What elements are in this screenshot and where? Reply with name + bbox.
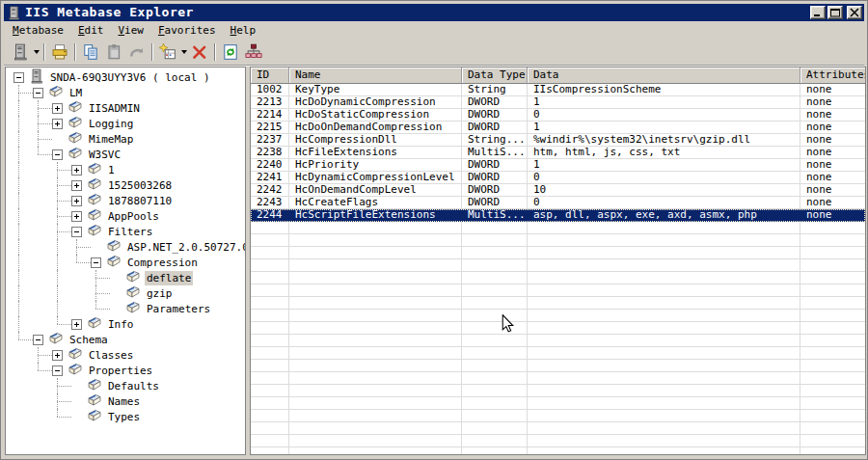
tree-node-types[interactable]: Types <box>6 409 245 424</box>
expand-icon[interactable] <box>52 119 63 129</box>
empty-row[interactable] <box>251 272 865 284</box>
tree-node-logging[interactable]: Logging <box>6 116 245 131</box>
collapse-icon[interactable] <box>52 149 63 160</box>
empty-row[interactable] <box>251 322 865 335</box>
empty-row[interactable] <box>251 234 865 247</box>
refresh-button[interactable] <box>219 41 242 63</box>
tree-node-1878807110[interactable]: 1878807110 <box>6 193 245 208</box>
close-button[interactable] <box>847 6 862 19</box>
empty-row[interactable] <box>251 222 865 234</box>
property-row-1002[interactable]: 1002KeyTypeStringIIsCompressionSchemenon… <box>251 84 865 96</box>
tree-node-names[interactable]: Names <box>6 393 245 409</box>
tree-node-asp-net-2-0-50727-0[interactable]: ASP.NET_2.0.50727.0 <box>6 239 245 255</box>
tree-node-parameters[interactable]: Parameters <box>6 301 245 316</box>
collapse-icon[interactable] <box>71 227 82 237</box>
empty-row[interactable] <box>251 385 865 397</box>
empty-row[interactable] <box>251 435 865 447</box>
collapse-icon[interactable] <box>52 365 63 376</box>
empty-row[interactable] <box>251 360 865 372</box>
menu-edit[interactable]: Edit <box>77 21 105 40</box>
column-header-id[interactable]: ID <box>251 68 289 84</box>
expand-icon[interactable] <box>71 319 82 330</box>
key-icon <box>68 146 83 164</box>
cell-name <box>289 234 462 247</box>
expand-icon[interactable] <box>71 165 82 176</box>
collapse-icon[interactable] <box>33 88 43 98</box>
list-body[interactable]: 1002KeyTypeStringIIsCompressionSchemenon… <box>251 84 865 454</box>
empty-row[interactable] <box>251 284 865 297</box>
empty-row[interactable] <box>251 297 865 310</box>
property-row-2237[interactable]: 2237HcCompressionDllString...%windir%\sy… <box>251 134 865 147</box>
property-row-2215[interactable]: 2215HcDoOnDemandCompressionDWORD1none <box>251 122 865 134</box>
empty-row[interactable] <box>251 310 865 322</box>
tree-node-label: 1525003268 <box>106 178 174 193</box>
expand-icon[interactable] <box>52 350 63 361</box>
empty-row[interactable] <box>251 422 865 435</box>
expand-icon[interactable] <box>71 196 82 206</box>
copy-button[interactable] <box>79 41 102 63</box>
minimize-button[interactable] <box>810 6 826 19</box>
property-row-2243[interactable]: 2243HcCreateFlagsDWORD0none <box>251 197 865 209</box>
connect-button[interactable] <box>9 41 32 63</box>
collapse-icon[interactable] <box>14 72 24 83</box>
empty-row[interactable] <box>251 347 865 360</box>
column-header-name[interactable]: Name <box>289 68 462 84</box>
maximize-button[interactable] <box>827 6 843 19</box>
empty-row[interactable] <box>251 372 865 385</box>
cell-id <box>251 385 289 397</box>
cell-data <box>528 385 800 397</box>
empty-row[interactable] <box>251 397 865 410</box>
tree-node-properties[interactable]: Properties <box>6 363 245 378</box>
tree-node-snda-69q3uyy3v6-local-[interactable]: SNDA-69Q3UYY3V6 ( local ) <box>6 69 245 85</box>
tree-guide-line <box>57 270 58 285</box>
property-row-2213[interactable]: 2213HcDoDynamicCompressionDWORD1none <box>251 96 865 109</box>
property-row-2240[interactable]: 2240HcPriorityDWORD1none <box>251 159 865 172</box>
connect-dropdown-arrow[interactable] <box>32 41 41 63</box>
empty-row[interactable] <box>251 247 865 259</box>
cell-name <box>289 222 462 234</box>
empty-row[interactable] <box>251 447 865 454</box>
cell-id <box>251 360 289 372</box>
new-key-button[interactable] <box>156 41 179 63</box>
empty-row[interactable] <box>251 259 865 272</box>
expand-icon[interactable] <box>71 180 82 191</box>
tree-node-apppools[interactable]: AppPools <box>6 208 245 224</box>
tree-node-lm[interactable]: LM <box>6 85 245 100</box>
print-button[interactable] <box>48 41 71 63</box>
empty-row[interactable] <box>251 410 865 422</box>
property-row-2241[interactable]: 2241HcDynamicCompressionLevelDWORD0none <box>251 172 865 184</box>
tree-node-filters[interactable]: Filters <box>6 224 245 239</box>
tree-node-w3svc[interactable]: W3SVC <box>6 147 245 162</box>
property-row-2244[interactable]: 2244HcScriptFileExtensionsMultiS...asp, … <box>251 209 865 222</box>
property-row-2238[interactable]: 2238HcFileExtensionsMultiS...htm, html, … <box>251 147 865 159</box>
column-header-attributes[interactable]: Attributes <box>800 68 866 84</box>
delete-button[interactable] <box>188 41 211 63</box>
menu-view[interactable]: View <box>117 21 145 40</box>
tree-node-1[interactable]: 1 <box>6 162 245 177</box>
menu-favorites[interactable]: Favorites <box>157 21 217 40</box>
tree-node-schema[interactable]: Schema <box>6 332 245 347</box>
collapse-icon[interactable] <box>91 257 101 268</box>
computer-icon <box>29 68 44 87</box>
tree-node-iisadmin[interactable]: IISADMIN <box>6 100 245 116</box>
hierarchy-button[interactable] <box>242 41 265 63</box>
tree-node-1525003268[interactable]: 1525003268 <box>6 177 245 193</box>
metabase-tree[interactable]: SNDA-69Q3UYY3V6 ( local ) LM IISADMIN Lo… <box>5 67 246 455</box>
collapse-icon[interactable] <box>33 335 43 345</box>
new-key-dropdown-arrow[interactable] <box>179 41 188 63</box>
tree-node-info[interactable]: Info <box>6 316 245 332</box>
expand-icon[interactable] <box>52 103 63 114</box>
menu-help[interactable]: Help <box>230 21 258 40</box>
property-row-2214[interactable]: 2214HcDoStaticCompressionDWORD0none <box>251 109 865 122</box>
menu-metabase[interactable]: Metabase <box>12 21 65 40</box>
empty-row[interactable] <box>251 335 865 347</box>
tree-node-mimemap[interactable]: MimeMap <box>6 131 245 147</box>
column-header-data-type[interactable]: Data Type <box>462 68 528 84</box>
tree-node-classes[interactable]: Classes <box>6 347 245 363</box>
tree-node-defaults[interactable]: Defaults <box>6 378 245 393</box>
property-row-2242[interactable]: 2242HcOnDemandCompLevelDWORD10none <box>251 184 865 197</box>
tree-indent-spacer <box>91 242 101 253</box>
column-header-data[interactable]: Data <box>528 68 800 84</box>
expand-icon[interactable] <box>71 211 82 222</box>
tree-node-label: deflate <box>145 271 193 285</box>
